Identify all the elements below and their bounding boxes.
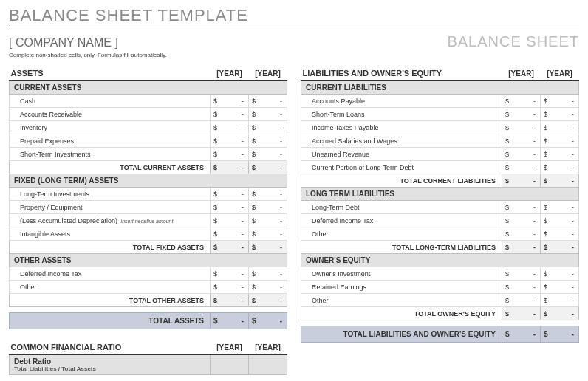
year-header[interactable]: [YEAR] xyxy=(502,66,541,81)
amount-cell[interactable]: $- xyxy=(502,214,541,227)
amount-cell[interactable]: $- xyxy=(249,281,287,294)
amount-cell[interactable]: $- xyxy=(502,281,541,294)
amount-cell: $- xyxy=(249,241,287,254)
amount-cell[interactable]: $- xyxy=(541,134,579,148)
grand-total-label: TOTAL ASSETS xyxy=(10,313,211,329)
amount-cell[interactable]: $- xyxy=(249,121,287,134)
company-name[interactable]: [ COMPANY NAME ] xyxy=(9,36,118,49)
line-item: Income Taxes Payable xyxy=(301,121,502,134)
amount-cell[interactable]: $- xyxy=(249,95,287,108)
amount-cell[interactable]: $- xyxy=(211,148,249,161)
subsection-header: FIXED (LONG TERM) ASSETS xyxy=(10,174,287,188)
amount-cell[interactable]: $- xyxy=(541,95,579,108)
amount-cell[interactable]: $- xyxy=(502,267,541,281)
amount-cell[interactable]: $- xyxy=(541,214,579,227)
amount-cell[interactable]: $- xyxy=(541,108,579,121)
amount-cell[interactable]: $- xyxy=(211,201,249,214)
amount-cell: $- xyxy=(502,174,541,188)
amount-cell: $- xyxy=(249,294,287,307)
amount-cell[interactable]: $- xyxy=(249,108,287,121)
line-item: Deferred Income Tax xyxy=(301,214,502,227)
ratio-item: Debt Ratio Total Liabilities / Total Ass… xyxy=(10,355,211,375)
amount-cell[interactable]: $- xyxy=(211,227,249,241)
line-item: Accrued Salaries and Wages xyxy=(301,134,502,148)
amount-cell: $- xyxy=(502,241,541,254)
line-item: Long-Term Debt xyxy=(301,201,502,214)
amount-cell[interactable]: $- xyxy=(211,188,249,201)
amount-cell[interactable]: $- xyxy=(211,95,249,108)
amount-cell: $- xyxy=(211,161,249,174)
line-item: Short-Term Investments xyxy=(10,148,211,161)
subsection-header: OWNER'S EQUITY xyxy=(301,254,579,267)
amount-cell[interactable]: $- xyxy=(249,227,287,241)
line-item: Cash xyxy=(10,95,211,108)
amount-cell: $- xyxy=(211,313,249,329)
amount-cell[interactable]: $- xyxy=(541,227,579,241)
line-item: Owner's Investment xyxy=(301,267,502,281)
amount-cell[interactable]: $- xyxy=(502,294,541,307)
amount-cell: $- xyxy=(541,307,579,320)
amount-cell: $- xyxy=(211,294,249,307)
line-item: Inventory xyxy=(10,121,211,134)
amount-cell[interactable]: $- xyxy=(211,214,249,227)
amount-cell: $- xyxy=(502,326,541,343)
amount-cell[interactable]: $- xyxy=(211,134,249,148)
amount-cell[interactable]: $- xyxy=(502,227,541,241)
amount-cell: $- xyxy=(211,241,249,254)
year-header[interactable]: [YEAR] xyxy=(249,340,287,355)
amount-cell[interactable]: $- xyxy=(249,201,287,214)
subsection-header: LONG TERM LIABILITIES xyxy=(301,188,579,201)
ratio-heading: COMMON FINANCIAL RATIO xyxy=(10,340,211,355)
amount-cell: $- xyxy=(249,313,287,329)
amount-cell[interactable]: $- xyxy=(249,134,287,148)
page-title: BALANCE SHEET TEMPLATE xyxy=(9,6,579,25)
amount-cell[interactable]: $- xyxy=(502,148,541,161)
liabilities-column: LIABILITIES AND OWNER'S EQUITY[YEAR][YEA… xyxy=(301,66,579,375)
line-item: Retained Earnings xyxy=(301,281,502,294)
amount-cell[interactable]: $- xyxy=(541,161,579,174)
amount-cell: $- xyxy=(541,174,579,188)
amount-cell[interactable]: $- xyxy=(541,281,579,294)
amount-cell[interactable]: $- xyxy=(541,267,579,281)
ratio-value[interactable] xyxy=(211,355,249,375)
amount-cell[interactable]: $- xyxy=(249,267,287,281)
amount-cell[interactable]: $- xyxy=(249,188,287,201)
amount-cell: $- xyxy=(502,307,541,320)
amount-cell[interactable]: $- xyxy=(211,281,249,294)
line-item: Intangible Assets xyxy=(10,227,211,241)
amount-cell[interactable]: $- xyxy=(502,121,541,134)
subsection-header: CURRENT ASSETS xyxy=(10,81,287,95)
subtotal-label: TOTAL CURRENT ASSETS xyxy=(10,161,211,174)
amount-cell[interactable]: $- xyxy=(211,108,249,121)
amount-cell[interactable]: $- xyxy=(541,294,579,307)
amount-cell[interactable]: $- xyxy=(211,121,249,134)
subtotal-label: TOTAL OTHER ASSETS xyxy=(10,294,211,307)
line-item: Other xyxy=(301,294,502,307)
amount-cell[interactable]: $- xyxy=(541,121,579,134)
line-item: Long-Term Investments xyxy=(10,188,211,201)
amount-cell: $- xyxy=(541,241,579,254)
balance-sheet-label: BALANCE SHEET xyxy=(447,33,579,50)
line-item: Accounts Receivable xyxy=(10,108,211,121)
amount-cell[interactable]: $- xyxy=(541,148,579,161)
line-item: Other xyxy=(301,227,502,241)
amount-cell[interactable]: $- xyxy=(249,214,287,227)
amount-cell: $- xyxy=(541,326,579,343)
year-header[interactable]: [YEAR] xyxy=(541,66,579,81)
amount-cell[interactable]: $- xyxy=(502,95,541,108)
year-header[interactable]: [YEAR] xyxy=(211,66,249,81)
year-header[interactable]: [YEAR] xyxy=(249,66,287,81)
amount-cell[interactable]: $- xyxy=(502,201,541,214)
year-header[interactable]: [YEAR] xyxy=(211,340,249,355)
amount-cell[interactable]: $- xyxy=(211,267,249,281)
assets-column: ASSETS[YEAR][YEAR]CURRENT ASSETSCash$-$-… xyxy=(9,66,287,375)
line-item: Prepaid Expenses xyxy=(10,134,211,148)
amount-cell[interactable]: $- xyxy=(541,201,579,214)
amount-cell[interactable]: $- xyxy=(502,161,541,174)
ratio-value[interactable] xyxy=(249,355,287,375)
amount-cell[interactable]: $- xyxy=(502,108,541,121)
section-heading: LIABILITIES AND OWNER'S EQUITY xyxy=(301,66,502,81)
line-item: (Less Accumulated Depreciation) insert n… xyxy=(10,214,211,227)
amount-cell[interactable]: $- xyxy=(249,148,287,161)
amount-cell[interactable]: $- xyxy=(502,134,541,148)
